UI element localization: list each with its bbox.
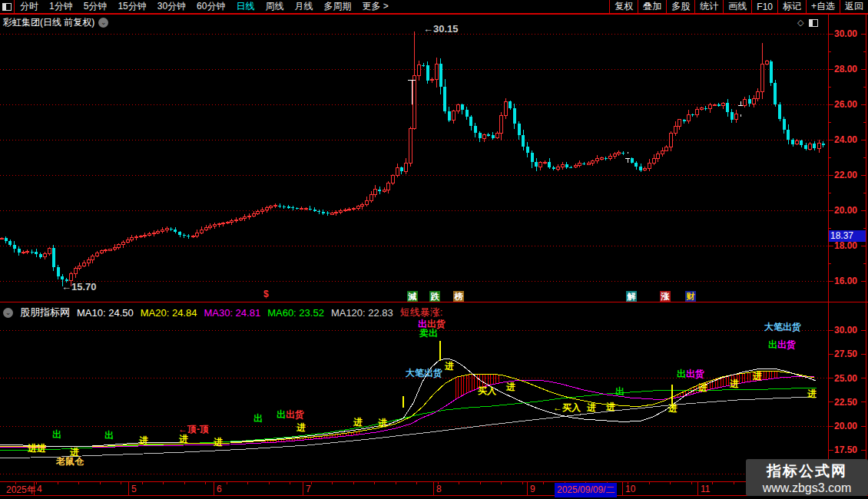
indicator-axis-label: 17.50 [834,444,857,455]
collapse-chevron-icon[interactable]: ⌄ [3,308,13,318]
signal-label: 进 [730,379,739,389]
panel-toggle-icon[interactable] [809,19,818,27]
tab-5min[interactable]: 5分钟 [78,0,113,13]
month-label: 7 [306,484,311,494]
price-axis-label: 30.00 [834,28,857,39]
signal-text: 进 [730,378,739,389]
signal-label: 进 [378,418,387,428]
ma-value-label: MA30: 24.81 [204,307,260,319]
chart-corner-tools: ◇ [797,18,818,28]
price-axis-label: 28.00 [834,64,857,74]
signal-label: 出 [615,387,624,397]
month-label: 9 [530,484,535,494]
signal-label: 进 [139,436,148,446]
signal-label: 老鼠仓 [56,457,84,467]
news-flag-badge: 涨 [660,291,671,302]
ma-value-label: MA60: 23.52 [267,307,324,319]
month-label: 11 [701,484,710,494]
signal-label: 进 [753,372,762,382]
signal-label: 进 [506,382,515,392]
news-flag-badge: 榜 [453,291,464,302]
period-tabs: 分时1分钟5分钟15分钟30分钟60分钟日线周线月线多周期更多 > [15,0,394,13]
tab-15min[interactable]: 15分钟 [112,0,151,13]
watermark-box: 指标公式网 www.zbgs3.com [746,459,868,496]
chevron-down-icon[interactable]: ⌄ [98,18,108,28]
signal-label: 进 [606,402,615,412]
signal-text: 出 [104,430,114,441]
chart-graphics[interactable] [0,0,868,499]
indicator-source-label: 股朋指标网 [20,306,70,319]
price-annotation: ←30.15 [423,24,459,34]
btn-add-watchlist[interactable]: +自选 [806,0,840,13]
btn-f10[interactable]: F10 [751,0,777,13]
month-label: 5 [131,484,137,494]
btn-stats[interactable]: 统计 [694,0,723,13]
tab-60min[interactable]: 60分钟 [191,0,230,13]
signal-label: 进 [214,438,223,448]
signal-text: 进 [807,388,817,399]
signal-text: 进 [587,402,596,413]
btn-overlay[interactable]: 叠加 [638,0,666,13]
price-axis-label: 26.00 [834,99,857,110]
signal-text: 进 [214,437,223,448]
signal-label: 进 [668,404,678,414]
indicator-axis-label: 30.00 [834,325,857,335]
ma-value-label: MA120: 22.83 [331,307,393,319]
window-split-icon [2,3,12,11]
tab-daily[interactable]: 日线 [230,0,260,13]
indicator-axis-label: 27.50 [834,349,857,359]
price-axis-label: 20.00 [834,205,857,216]
btn-mark[interactable]: 标记 [777,0,806,13]
signal-text: 出 [277,409,286,420]
signal-text: 进进 [28,443,46,454]
tab-weekly[interactable]: 周线 [260,0,289,13]
diamond-icon[interactable]: ◇ [797,18,803,28]
signal-text: ←顶-顶 [178,424,209,435]
signal-text: 进 [139,435,148,446]
btn-back[interactable]: 返回 [840,0,868,13]
tab-1min[interactable]: 1分钟 [44,0,78,13]
chart-title-row: 彩虹集团(日线 前复权) ⌄ [3,16,108,29]
tab-30min[interactable]: 30分钟 [152,0,191,13]
btn-draw[interactable]: 画线 [723,0,751,13]
tab-intraday[interactable]: 分时 [15,0,44,13]
signal-label: 大笔出货 [764,322,801,332]
tab-more[interactable]: 更多 > [356,0,393,13]
tab-monthly[interactable]: 月线 [289,0,318,13]
signal-text: 进 [753,371,762,382]
signal-label: 出 [52,430,61,440]
signal-text: 大笔出货 [406,368,442,378]
tab-multi-period[interactable]: 多周期 [318,0,356,13]
year-label: 2025年 [6,484,36,497]
signal-label: 进 [587,403,596,413]
ma-value-label: 短线暴涨: [400,306,443,319]
signal-label: 进 [445,362,454,372]
price-annotation: $ [263,289,269,299]
indicator-axis-label: 20.00 [834,421,857,431]
signal-text: 进 [445,361,454,372]
news-flag-badge: 跌 [429,291,440,302]
price-axis-label: 22.00 [834,170,857,180]
month-label: 10 [625,484,635,494]
btn-multi-stock[interactable]: 多股 [666,0,694,13]
price-annotation: ←15.70 [61,282,97,292]
news-flag-badge: 财 [685,291,696,302]
signal-text: 出 [52,429,61,440]
btn-adjust[interactable]: 复权 [609,0,638,13]
signal-text: 进 [698,382,707,393]
watermark-title: 指标公式网 [746,461,868,481]
signal-text: 出 [768,339,777,350]
signal-label: 进 [807,389,817,399]
window-split-button[interactable] [0,0,15,13]
ma-value-label: MA10: 24.50 [77,307,134,319]
signal-text: 老鼠仓 [56,456,84,467]
date-axis[interactable]: 2025年45678910112025/09/09/二 [0,483,868,496]
signal-text: 买入 [478,385,496,396]
cursor-date-badge: 2025/09/09/二 [555,483,617,497]
signal-label: 出出货 [677,369,704,379]
signal-label: 出出货 [277,410,304,420]
signal-text: 出 [253,413,263,424]
signal-text: 卖出 [419,328,438,339]
price-axis-label: 18.00 [834,240,857,251]
signal-text: 大笔出货 [764,322,801,332]
